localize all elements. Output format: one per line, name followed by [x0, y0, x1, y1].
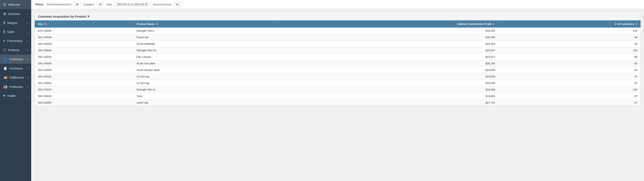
customer-acquisition-table: Sku⇅Product Name⇅Lifetime Contribution P… [35, 21, 640, 106]
cell-lifetimeProfit-8: $19,036 [280, 80, 498, 86]
sidebar-item-welcome[interactable]: ☰Welcome [0, 0, 31, 9]
table-card: Customer Acquisition by Product ▾ Sku⇅Pr… [34, 12, 641, 106]
sort-icon-lifetimeProfit: ▼ [493, 23, 495, 25]
sidebar-item-products[interactable]: ⬡Products▸ [0, 45, 31, 55]
date-key: Date: [106, 3, 112, 6]
cell-productName-10: Yoke [133, 93, 280, 99]
cell-numCustomers-1: 48 [498, 34, 640, 41]
table-row[interactable]: SKU 00045Strength Shirt L$33,397126 [35, 28, 640, 34]
cell-lifetimeProfit-0: $33,397 [280, 28, 498, 34]
sidebar-item-sales-label: Sales [7, 30, 14, 34]
table-row[interactable]: SKU 0000910 lbs bumper plate$19,64654 [35, 67, 640, 73]
cell-lifetimeProfit-2: $24,294 [280, 41, 498, 47]
cell-sku-5: SKU 00006 [35, 60, 133, 67]
cell-sku-10: SKU 00016 [35, 93, 133, 99]
cell-numCustomers-3: 136 [498, 47, 640, 54]
sort-icon-numCustomers: ⇅ [636, 23, 637, 26]
col-header-productName[interactable]: Product Name⇅ [133, 21, 280, 28]
cell-numCustomers-7: 37 [498, 73, 640, 80]
cell-productName-2: 15 lbs kettlebell [133, 41, 280, 47]
table-row[interactable]: SKU 00043Strength Shirt S$18,948126 [35, 86, 640, 93]
table-row[interactable]: SKU 00049Power bar$30,49448 [35, 34, 640, 41]
cell-sku-7: SKU 00041 [35, 73, 133, 80]
cell-lifetimeProfit-5: $20,195 [280, 60, 498, 67]
purchases-chevron-icon: ▸ [27, 67, 28, 69]
sidebar-item-customers-label: Customers [10, 58, 23, 61]
sidebar-item-production[interactable]: 🏭Production▸ [0, 82, 31, 91]
cell-lifetimeProfit-3: $23,647 [280, 47, 498, 54]
cell-lifetimeProfit-6: $19,646 [280, 67, 498, 73]
category-filter-btn[interactable]: All [96, 2, 104, 7]
col-header-numCustomers[interactable]: # of Customers⇅ [498, 21, 640, 28]
date-filter-btn[interactable]: 2023-05-22 to 2024-05-20 [114, 2, 150, 7]
filters-label: Filters: [35, 3, 44, 6]
cell-numCustomers-4: 60 [498, 54, 640, 60]
table-header-row: Sku⇅Product Name⇅Lifetime Contribution P… [35, 21, 640, 28]
products-chevron-icon: ▸ [27, 49, 28, 51]
col-header-lifetimeProfit[interactable]: Lifetime Contribution Profit▼ [280, 21, 498, 28]
cell-productName-4: Flat J Hooks [133, 54, 280, 60]
table-title: Customer Acquisition by Product [38, 15, 86, 18]
production-chevron-icon: ▸ [27, 86, 28, 88]
table-row[interactable]: SKU 0002815 lbs kettlebell$24,29448 [35, 41, 640, 47]
sidebar-item-margins[interactable]: $Margins▸ [0, 18, 31, 27]
sales-chevron-icon: ▸ [27, 31, 28, 33]
cell-numCustomers-11: 47 [498, 99, 640, 106]
cell-numCustomers-8: 51 [498, 80, 640, 86]
overview-icon: ⊞ [3, 12, 6, 16]
cell-sku-0: SKU 00045 [35, 28, 133, 34]
sidebar-item-sales[interactable]: $Sales▸ [0, 27, 31, 36]
cell-numCustomers-0: 126 [498, 28, 640, 34]
table-body: SKU 00045Strength Shirt L$33,397126SKU 0… [35, 28, 640, 106]
cell-sku-1: SKU 00049 [35, 34, 133, 41]
table-row[interactable]: SKU 0004110 inch log$19,50837 [35, 73, 640, 80]
sidebar: ☰Welcome⊞Overview▸$Margins▸$Sales▸≡Forec… [0, 0, 31, 181]
table-row[interactable]: SKU 00016Yoke$18,69120 [35, 93, 640, 99]
cell-productName-9: Strength Shirt S [133, 86, 280, 93]
overview-chevron-icon: ▸ [27, 13, 28, 15]
sidebar-item-overview-label: Overview [8, 12, 20, 16]
cell-lifetimeProfit-1: $30,494 [280, 34, 498, 41]
source-channel-filter-btn[interactable]: All [174, 2, 181, 7]
table-row[interactable]: SKU 0000645 lbs iron plate$20,19560 [35, 60, 640, 67]
table-row[interactable]: SKU 0004212 inch log$19,03651 [35, 80, 640, 86]
purchases-icon: 📋 [3, 66, 7, 70]
sidebar-item-fulfillments-label: Fulfillments [10, 76, 24, 79]
cell-numCustomers-6: 54 [498, 67, 640, 73]
sales-rep-filter-btn[interactable]: All [74, 2, 81, 7]
sidebar-item-fulfillments[interactable]: 🚚Fulfillments▸ [0, 73, 31, 82]
margins-chevron-icon: ▸ [27, 22, 28, 24]
col-header-sku[interactable]: Sku⇅ [35, 21, 133, 28]
sidebar-item-margins-label: Margins [7, 21, 17, 25]
sidebar-item-overview[interactable]: ⊞Overview▸ [0, 9, 31, 18]
sidebar-item-customers[interactable]: 👤Customers▸ [0, 55, 31, 64]
source-channel-key: SourceChannel: [153, 3, 172, 6]
cell-sku-4: SKU 00023 [35, 54, 133, 60]
sidebar-item-forecasting[interactable]: ≡Forecasting▸ [0, 36, 31, 45]
main-content: Filters: SalesRepresentative: All Catego… [31, 0, 644, 181]
cell-sku-9: SKU 00043 [35, 86, 133, 93]
welcome-icon: ☰ [3, 3, 6, 7]
sidebar-item-health-label: Health [7, 94, 16, 97]
sort-icon-productName: ⇅ [156, 23, 158, 26]
products-icon: ⬡ [3, 48, 6, 52]
sidebar-item-forecasting-label: Forecasting [7, 39, 22, 43]
table-row[interactable]: SKU 00023Flat J Hooks$22,61760 [35, 54, 640, 60]
cell-productName-0: Strength Shirt L [133, 28, 280, 34]
table-title-chevron-icon[interactable]: ▾ [88, 15, 89, 18]
sidebar-item-purchases[interactable]: 📋Purchases▸ [0, 64, 31, 73]
sidebar-item-welcome-label: Welcome [8, 3, 20, 6]
customers-icon: 👤 [3, 57, 7, 61]
sidebar-item-production-label: Production [10, 85, 23, 88]
table-row[interactable]: SKU 00046Strength Shirt XL$23,647136 [35, 47, 640, 54]
cell-productName-8: 12 inch log [133, 80, 280, 86]
customers-chevron-icon: ▸ [27, 58, 28, 60]
table-row[interactable]: SKU 00050Junior bar$17,74147 [35, 99, 640, 106]
health-chevron-icon: ▸ [27, 95, 28, 97]
cell-sku-8: SKU 00042 [35, 80, 133, 86]
cell-productName-3: Strength Shirt XL [133, 47, 280, 54]
cell-lifetimeProfit-9: $18,948 [280, 86, 498, 93]
cell-lifetimeProfit-4: $22,617 [280, 54, 498, 60]
sidebar-item-health[interactable]: ♥Health▸ [0, 91, 31, 100]
category-key: Category: [83, 3, 94, 6]
